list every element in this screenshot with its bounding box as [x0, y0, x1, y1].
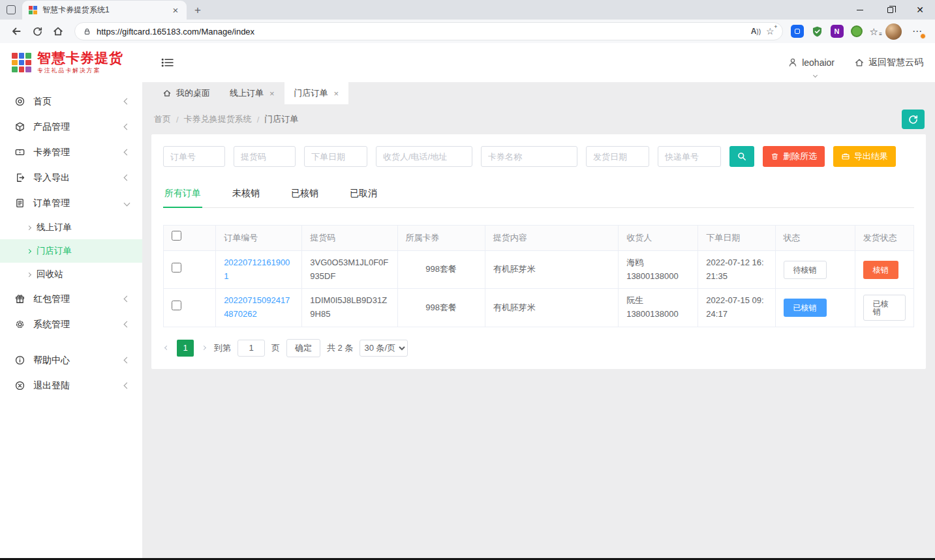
window-restore-button[interactable]: [875, 0, 905, 20]
sidebar-item-help[interactable]: 帮助中心: [0, 347, 142, 373]
tab-actions-button[interactable]: [0, 0, 22, 20]
import-export-icon: [14, 172, 25, 183]
sidebar-subitem-recycle-bin[interactable]: 回收站: [0, 263, 142, 286]
shield-extension-icon[interactable]: [811, 25, 823, 38]
sidebar-item-logout[interactable]: 退出登陆: [0, 373, 142, 398]
receiver-input[interactable]: [376, 146, 472, 167]
sidebar-item-import-export[interactable]: 导入导出: [0, 165, 142, 190]
tab-my-desktop[interactable]: 我的桌面: [153, 82, 220, 104]
sidebar-item-system[interactable]: 系统管理: [0, 312, 142, 337]
window-close-button[interactable]: ✕: [905, 0, 935, 20]
tracking-no-input[interactable]: [658, 146, 721, 167]
favorites-hub-icon[interactable]: ☆≡: [870, 27, 878, 37]
select-all-checkbox[interactable]: [172, 231, 181, 241]
pickup-code-input[interactable]: [234, 146, 296, 167]
chevron-down-icon: [124, 200, 130, 207]
col-pickup-code: 提货码: [302, 226, 397, 251]
card-name-input[interactable]: [481, 146, 577, 167]
browser-tab[interactable]: 智慧卡券提货系统1 ×: [22, 1, 187, 20]
window-minimize-button[interactable]: [845, 0, 875, 20]
chevron-left-icon: [124, 383, 130, 389]
chevron-left-icon: [124, 98, 130, 105]
breadcrumb-row: 首页 卡券兑换提货系统 门店订单: [142, 104, 935, 134]
read-aloud-icon[interactable]: A)): [751, 27, 761, 36]
tab-online-orders[interactable]: 线上订单 ×: [220, 82, 284, 104]
sidebar-item-cards[interactable]: 卡券管理: [0, 140, 142, 165]
current-page-button[interactable]: 1: [177, 340, 194, 357]
status-badge[interactable]: 待核销: [784, 261, 827, 279]
page-refresh-button[interactable]: [902, 110, 925, 129]
tab-close-icon[interactable]: ×: [334, 89, 339, 98]
next-page-button[interactable]: [200, 346, 207, 349]
tab-close-icon[interactable]: ×: [269, 89, 275, 98]
order-no-link[interactable]: 202207121619001: [224, 258, 290, 281]
breadcrumb-system[interactable]: 卡券兑换提货系统: [184, 113, 265, 125]
col-card: 所属卡券: [397, 226, 485, 251]
new-tab-button[interactable]: +: [192, 5, 204, 16]
browser-home-button[interactable]: [48, 22, 68, 41]
content-cell: 有机胚芽米: [485, 289, 618, 327]
row-checkbox[interactable]: [172, 301, 181, 310]
sidebar-collapse-button[interactable]: [161, 57, 174, 68]
tab-close-icon[interactable]: ×: [170, 5, 181, 16]
total-count-label: 共 2 条: [327, 342, 353, 354]
green-circle-extension-icon[interactable]: [851, 25, 863, 37]
lock-icon: [83, 27, 91, 36]
chevron-left-icon: [124, 124, 130, 130]
sidebar-item-home[interactable]: 首页: [0, 89, 142, 114]
search-button[interactable]: [729, 146, 754, 167]
reload-button[interactable]: [27, 22, 47, 41]
tab-actions-icon: [7, 5, 16, 14]
breadcrumb-home[interactable]: 首页: [154, 113, 184, 125]
add-favorite-icon[interactable]: ☆+: [766, 27, 774, 36]
goto-page-input[interactable]: [238, 340, 265, 357]
tab-store-orders[interactable]: 门店订单 ×: [284, 82, 349, 104]
sidebar-subitem-online-orders[interactable]: 线上订单: [0, 216, 142, 239]
sidebar-item-products[interactable]: 产品管理: [0, 114, 142, 140]
sidebar-item-orders[interactable]: 订单管理: [0, 190, 142, 216]
address-bar[interactable]: https://giftcard.165183.com/Manage/index…: [74, 22, 783, 40]
verified-badge[interactable]: 已核销: [863, 295, 906, 321]
goto-label: 到第: [214, 342, 231, 354]
sidebar-subitem-store-orders[interactable]: 门店订单: [0, 239, 142, 263]
ship-date-input[interactable]: [586, 146, 649, 167]
col-content: 提货内容: [485, 226, 618, 251]
otab-all[interactable]: 所有订单: [163, 183, 202, 207]
return-cloud-link[interactable]: 返回智慧云码: [854, 57, 923, 68]
browser-tab-title: 智慧卡券提货系统1: [42, 5, 164, 16]
user-dropdown-caret-icon[interactable]: [813, 73, 818, 78]
verify-button[interactable]: 核销: [863, 261, 898, 279]
app-header: 智慧卡券提货 专注礼品卡解决方案 leohaior 返回智慧云码: [0, 43, 935, 82]
menu-list-icon: [161, 57, 174, 68]
extension-blue-icon[interactable]: [791, 25, 804, 38]
url-text[interactable]: https://giftcard.165183.com/Manage/index: [97, 27, 746, 37]
profile-avatar[interactable]: [885, 23, 902, 40]
pagination: 1 到第 页 确定 共 2 条 30 条/页: [163, 339, 914, 357]
home-icon: [52, 25, 64, 37]
return-link-label: 返回智慧云码: [868, 57, 923, 68]
browser-menu-icon[interactable]: ⋯: [909, 23, 926, 40]
status-badge[interactable]: 已核销: [784, 299, 827, 317]
order-no-input[interactable]: [163, 146, 225, 167]
order-no-link[interactable]: 202207150924174870262: [224, 295, 290, 319]
table-row: 202207150924174870262 1DIM0I5J8LB9D31Z9H…: [164, 289, 914, 327]
back-button[interactable]: [7, 22, 26, 41]
prev-page-button[interactable]: [163, 346, 170, 349]
user-menu[interactable]: leohaior: [788, 57, 835, 68]
notification-badge: [920, 33, 926, 39]
page-size-select[interactable]: 30 条/页: [360, 340, 408, 357]
reload-icon: [32, 26, 43, 37]
order-date-cell: 2022-07-15 09:24:17: [698, 289, 775, 327]
breadcrumb-current: 门店订单: [264, 113, 298, 125]
notes-extension-icon[interactable]: N: [831, 25, 844, 38]
row-checkbox[interactable]: [172, 263, 181, 273]
delete-selected-button[interactable]: 删除所选: [763, 146, 825, 167]
export-results-button[interactable]: 导出结果: [833, 146, 896, 167]
order-date-input[interactable]: [304, 146, 367, 167]
sidebar-item-redpacket[interactable]: 红包管理: [0, 286, 142, 312]
otab-verified[interactable]: 已核销: [290, 183, 320, 207]
app-logo[interactable]: 智慧卡券提货 专注礼品卡解决方案: [12, 50, 123, 75]
goto-confirm-button[interactable]: 确定: [286, 339, 320, 357]
otab-cancelled[interactable]: 已取消: [348, 183, 378, 207]
otab-unverified[interactable]: 未核销: [231, 183, 261, 207]
